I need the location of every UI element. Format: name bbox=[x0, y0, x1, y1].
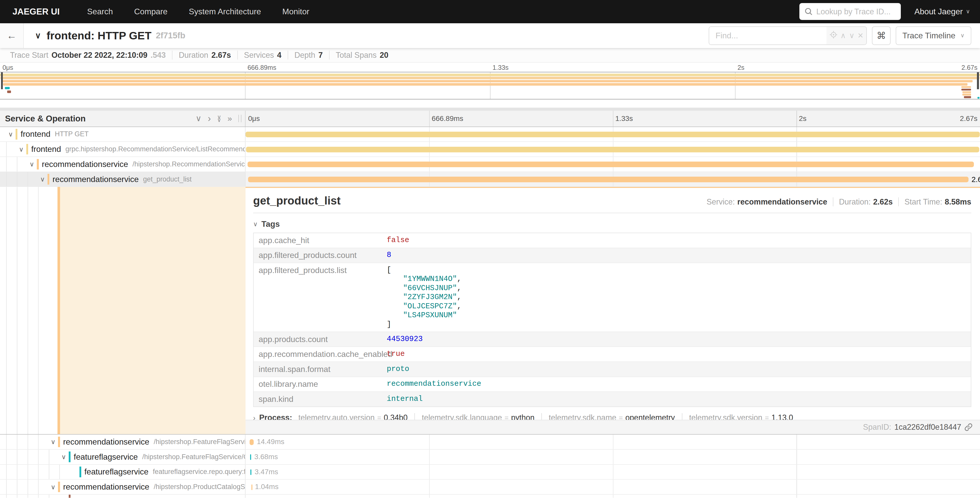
span-row[interactable]: featureflagservicefeatureflagservice.rep… bbox=[0, 465, 980, 480]
find-input[interactable] bbox=[709, 27, 826, 45]
indent-guide bbox=[28, 480, 38, 494]
span-timeline-cell[interactable]: 1.04ms bbox=[245, 480, 980, 494]
span-row[interactable]: ∨frontendHTTP GET bbox=[0, 127, 980, 142]
span-name-cell[interactable]: ∨recommendationserviceget_product_list bbox=[0, 172, 245, 187]
tag-row[interactable]: span.kindinternal bbox=[254, 391, 971, 407]
span-children-chevron-icon[interactable]: ∨ bbox=[49, 483, 57, 491]
span-row-partial[interactable] bbox=[0, 495, 980, 498]
span-timeline-cell[interactable] bbox=[245, 127, 980, 142]
span-children-chevron-icon[interactable]: ∨ bbox=[6, 130, 15, 138]
span-name-cell[interactable]: ∨frontendgrpc.hipstershop.Recommendation… bbox=[0, 142, 245, 156]
nav-item-monitor[interactable]: Monitor bbox=[282, 7, 309, 16]
span-timeline-cell[interactable]: 3.68ms bbox=[245, 450, 980, 464]
tag-row[interactable]: otel.library.namerecommendationservice bbox=[254, 377, 971, 392]
summary-label: Total Spans bbox=[336, 51, 377, 59]
span-service-name: recommendationservice bbox=[63, 482, 150, 492]
span-name-cell[interactable]: ∨recommendationservice/hipstershop.Recom… bbox=[0, 157, 245, 172]
minimap-span-bar bbox=[3, 83, 967, 86]
tag-value: true bbox=[382, 347, 410, 361]
span-duration-bar[interactable] bbox=[250, 454, 251, 460]
nav-right: About Jaeger ∨ bbox=[799, 3, 970, 20]
gridline bbox=[245, 72, 245, 99]
tag-value: internal bbox=[382, 392, 428, 407]
span-row[interactable]: ∨featureflagservice/hipstershop.FeatureF… bbox=[0, 450, 980, 465]
span-duration-bar[interactable] bbox=[250, 469, 251, 475]
app-brand[interactable]: JAEGER UI bbox=[13, 6, 60, 17]
focus-match-icon[interactable] bbox=[830, 31, 837, 40]
minimap-span-bar bbox=[977, 97, 980, 99]
span-timeline-cell[interactable]: 2.62s bbox=[245, 172, 980, 187]
tag-row[interactable]: app.cache_hitfalse bbox=[254, 233, 971, 248]
span-name-cell[interactable]: ∨recommendationservice/hipstershop.Featu… bbox=[0, 434, 245, 449]
span-duration-bar[interactable] bbox=[246, 147, 979, 152]
collapse-all-icon[interactable]: ∨ bbox=[196, 115, 201, 123]
span-row[interactable]: ∨recommendationserviceget_product_list2.… bbox=[0, 172, 980, 187]
span-timeline-cell[interactable]: 14.49ms bbox=[245, 434, 980, 449]
nav-item-compare[interactable]: Compare bbox=[134, 7, 168, 16]
span-operation-name: /hipstershop.FeatureFlagService… bbox=[154, 438, 246, 446]
span-row[interactable]: ∨recommendationservice/hipstershop.Recom… bbox=[0, 157, 980, 172]
keyboard-shortcuts-button[interactable]: ⌘ bbox=[872, 26, 891, 45]
minimap-left-drag-handle[interactable] bbox=[1, 72, 3, 89]
next-result-icon[interactable]: ∨ bbox=[849, 31, 854, 40]
expand-all-icon[interactable]: ∨∨ bbox=[217, 115, 221, 122]
back-button[interactable]: ← bbox=[0, 23, 24, 48]
minimap-tick-labels: 0μs666.89ms1.33s2s2.67s bbox=[0, 63, 980, 72]
span-row[interactable]: ∨frontendgrpc.hipstershop.Recommendation… bbox=[0, 142, 980, 157]
span-row[interactable]: ∨recommendationservice/hipstershop.Produ… bbox=[0, 480, 980, 495]
tag-key: app.filtered_products.count bbox=[254, 248, 382, 263]
timeline-minimap[interactable] bbox=[0, 72, 980, 99]
span-children-chevron-icon[interactable]: ∨ bbox=[17, 145, 25, 153]
span-children-chevron-icon[interactable]: ∨ bbox=[59, 453, 68, 461]
span-name-cell[interactable] bbox=[0, 495, 245, 498]
span-children-chevron-icon[interactable]: ∨ bbox=[49, 438, 57, 445]
span-duration-bar[interactable] bbox=[250, 439, 254, 445]
clear-search-icon[interactable]: × bbox=[858, 30, 863, 41]
minimap-span-bar bbox=[3, 80, 973, 83]
span-timeline-cell[interactable] bbox=[245, 157, 980, 172]
span-row[interactable]: ∨recommendationservice/hipstershop.Featu… bbox=[0, 434, 980, 450]
prev-result-icon[interactable]: ∧ bbox=[840, 31, 846, 40]
json-list-item: "OLJCESPC7Z", bbox=[387, 302, 461, 311]
column-resize-handle[interactable] bbox=[239, 115, 242, 122]
tag-value: 44530923 bbox=[382, 332, 428, 346]
span-service-name: frontend bbox=[31, 144, 61, 154]
span-name-cell[interactable]: featureflagservicefeatureflagservice.rep… bbox=[0, 465, 245, 479]
span-timeline-cell[interactable] bbox=[245, 142, 980, 156]
span-children-chevron-icon[interactable]: ∨ bbox=[28, 160, 36, 168]
span-name-cell[interactable]: ∨frontendHTTP GET bbox=[0, 127, 245, 142]
gridline bbox=[613, 111, 613, 126]
span-children-chevron-icon[interactable]: ∨ bbox=[38, 176, 47, 183]
span-timeline-cell[interactable]: 3.47ms bbox=[245, 465, 980, 479]
span-duration-bar[interactable] bbox=[251, 484, 252, 490]
span-timeline-cell[interactable] bbox=[245, 495, 980, 498]
collapse-one-icon[interactable]: » bbox=[228, 115, 232, 123]
about-jaeger-menu[interactable]: About Jaeger ∨ bbox=[914, 7, 970, 16]
span-duration-bar[interactable] bbox=[248, 161, 974, 167]
span-operation-name: /hipstershop.RecommendationService/Lis… bbox=[133, 160, 246, 168]
minimap-right-drag-handle[interactable] bbox=[977, 72, 979, 89]
deep-link-icon[interactable] bbox=[964, 423, 973, 431]
timeline-tick-label: 2s bbox=[738, 64, 745, 71]
trace-lookup-box[interactable] bbox=[799, 3, 900, 20]
tags-accordion-header[interactable]: ∨ Tags bbox=[253, 217, 971, 233]
span-name-cell[interactable]: ∨featureflagservice/hipstershop.FeatureF… bbox=[0, 450, 245, 464]
nav-item-search[interactable]: Search bbox=[87, 7, 113, 16]
header-tools: ∧ ∨ × ⌘ Trace Timeline ∨ bbox=[709, 26, 980, 45]
gridline bbox=[613, 465, 613, 479]
tag-row[interactable]: app.filtered_products.count8 bbox=[254, 248, 971, 263]
trace-lookup-input[interactable] bbox=[816, 7, 896, 16]
span-duration-bar[interactable] bbox=[245, 132, 980, 137]
span-duration-bar[interactable] bbox=[248, 177, 969, 182]
tag-row[interactable]: internal.span.formatproto bbox=[254, 361, 971, 377]
tag-key: app.cache_hit bbox=[254, 233, 382, 248]
trace-view-select[interactable]: Trace Timeline ∨ bbox=[896, 26, 971, 45]
collapse-trace-chevron-icon[interactable]: ∨ bbox=[35, 31, 41, 40]
tag-row[interactable]: app.recommendation.cache_enabledtrue bbox=[254, 346, 971, 361]
expand-one-icon[interactable]: › bbox=[208, 115, 211, 123]
span-name-cell[interactable]: ∨recommendationservice/hipstershop.Produ… bbox=[0, 480, 245, 494]
nav-item-system-architecture[interactable]: System Architecture bbox=[189, 7, 261, 16]
tag-row[interactable]: app.filtered_products.list["1YMWWN1N4O",… bbox=[254, 263, 971, 332]
tag-row[interactable]: app.products.count44530923 bbox=[254, 332, 971, 346]
tags-accordion-title: Tags bbox=[261, 219, 280, 229]
